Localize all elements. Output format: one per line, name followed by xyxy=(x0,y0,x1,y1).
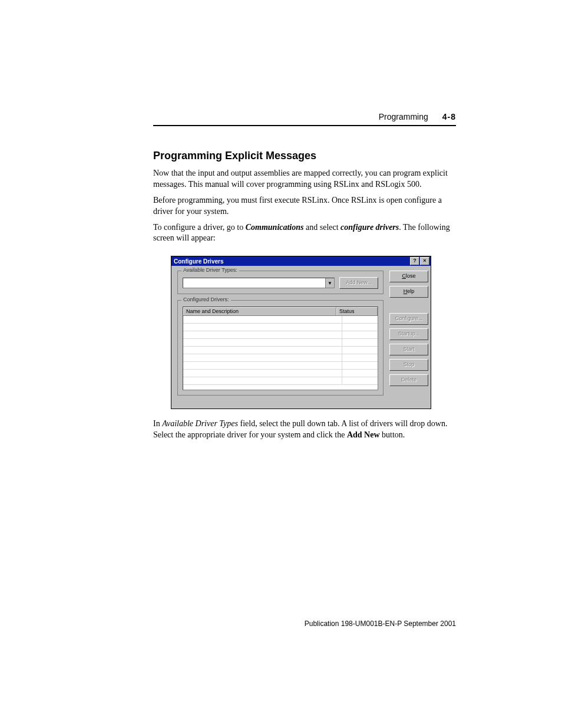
list-rows xyxy=(183,316,378,385)
group2-label: Configured Drivers: xyxy=(181,297,231,302)
publication-footer: Publication 198-UM001B-EN-P September 20… xyxy=(305,620,456,628)
p3-mid: and select xyxy=(304,223,341,232)
driver-type-combo[interactable]: ▼ xyxy=(183,278,335,288)
p4-add-new: Add New xyxy=(347,430,380,439)
chevron-down-icon[interactable]: ▼ xyxy=(325,278,334,288)
stop-button[interactable]: Stop xyxy=(389,359,428,371)
col-name[interactable]: Name and Description xyxy=(183,307,336,315)
add-new-button[interactable]: Add New... xyxy=(339,277,378,289)
window-controls: ? × xyxy=(410,257,429,265)
configure-button[interactable]: Configure... xyxy=(389,313,428,325)
col-status[interactable]: Status xyxy=(336,307,378,315)
group1-label: Available Driver Types: xyxy=(181,267,239,273)
page-header: Programming 4-8 xyxy=(153,112,456,126)
p4-pre: In xyxy=(153,419,162,428)
paragraph-1: Now that the input and output assemblies… xyxy=(153,168,456,190)
help-button[interactable]: Help xyxy=(389,286,428,298)
p3-pre: To configure a driver, go to xyxy=(153,223,246,232)
delete-button[interactable]: Delete xyxy=(389,374,428,386)
available-driver-types-group: Available Driver Types: ▼ Add New... xyxy=(177,271,384,294)
p3-communications: Communications xyxy=(246,223,304,232)
dialog-title: Configure Drivers xyxy=(174,258,223,265)
help-icon[interactable]: ? xyxy=(410,257,419,265)
paragraph-4: In Available Driver Types field, select … xyxy=(153,419,456,441)
p4-available-driver-types: Available Driver Types xyxy=(162,419,238,428)
list-header: Name and Description Status xyxy=(183,307,378,316)
startup-button[interactable]: Startup... xyxy=(389,328,428,340)
titlebar: Configure Drivers ? × xyxy=(171,256,431,266)
page-number: 4-8 xyxy=(442,112,456,121)
chapter-label: Programming xyxy=(379,112,428,121)
paragraph-2: Before programming, you must first execu… xyxy=(153,195,456,218)
p4-post: button. xyxy=(380,430,405,439)
close-icon[interactable]: × xyxy=(420,257,429,265)
start-button[interactable]: Start xyxy=(389,344,428,355)
p3-configure-drivers: configure drivers xyxy=(340,223,399,232)
drivers-list[interactable]: Name and Description Status xyxy=(183,307,378,390)
configured-drivers-group: Configured Drivers: Name and Description… xyxy=(177,300,384,396)
configure-drivers-dialog: Configure Drivers ? × Available Driver T… xyxy=(171,256,431,409)
close-button[interactable]: Close xyxy=(389,271,428,282)
section-title: Programming Explicit Messages xyxy=(153,150,456,162)
screenshot-dialog: Configure Drivers ? × Available Driver T… xyxy=(171,256,456,409)
paragraph-3: To configure a driver, go to Communicati… xyxy=(153,222,456,245)
